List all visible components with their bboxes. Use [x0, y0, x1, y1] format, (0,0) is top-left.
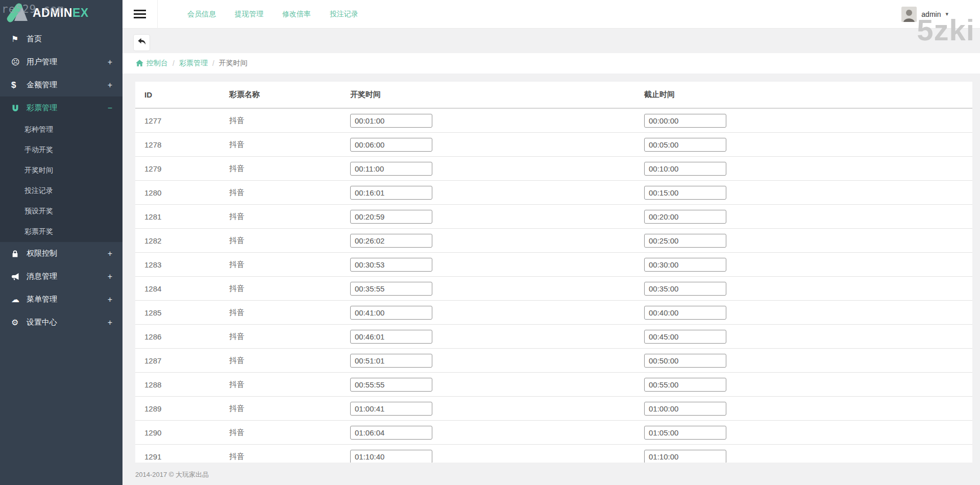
cell-lottery-name: 抖音 [229, 212, 350, 222]
open-time-input[interactable] [350, 186, 432, 200]
cell-open-time [350, 234, 644, 248]
open-time-input[interactable] [350, 210, 432, 224]
gear-icon: ⚙ [11, 318, 27, 327]
col-header-open: 开奖时间 [350, 90, 644, 100]
open-time-input[interactable] [350, 114, 432, 128]
cell-close-time [644, 234, 972, 248]
close-time-input[interactable] [644, 258, 726, 272]
close-time-input[interactable] [644, 282, 726, 296]
topnav-link-1[interactable]: 提现管理 [235, 10, 263, 19]
sidebar-subitem-3[interactable]: 投注记录 [0, 181, 122, 201]
open-time-input[interactable] [350, 354, 432, 368]
col-header-close: 截止时间 [644, 90, 972, 100]
close-time-input[interactable] [644, 162, 726, 176]
close-time-input[interactable] [644, 330, 726, 344]
cloud-icon: ☁ [11, 295, 27, 304]
close-time-input[interactable] [644, 186, 726, 200]
close-time-input[interactable] [644, 138, 726, 152]
sidebar-item-label: 用户管理 [27, 57, 57, 67]
table-row: 1286抖音 [135, 325, 972, 349]
sidebar-item-0[interactable]: ⚑首页 [0, 28, 122, 51]
close-time-input[interactable] [644, 306, 726, 320]
cell-close-time [644, 162, 972, 176]
close-time-input[interactable] [644, 378, 726, 392]
sidebar-subitem-5[interactable]: 彩票开奖 [0, 222, 122, 242]
sidebar-group: ⚙设置中心+ [0, 311, 122, 334]
sidebar-group: 彩票管理−彩种管理手动开奖开奖时间投注记录预设开奖彩票开奖 [0, 96, 122, 242]
open-time-input[interactable] [350, 426, 432, 440]
cell-close-time [644, 114, 972, 128]
open-time-input[interactable] [350, 138, 432, 152]
cell-close-time [644, 426, 972, 440]
cell-id: 1282 [144, 236, 229, 245]
open-time-input[interactable] [350, 162, 432, 176]
sidebar-item-5[interactable]: 消息管理+ [0, 265, 122, 288]
close-time-input[interactable] [644, 114, 726, 128]
close-time-input[interactable] [644, 426, 726, 440]
col-header-name: 彩票名称 [229, 90, 350, 100]
breadcrumb-link-1[interactable]: 彩票管理 [179, 59, 208, 68]
sidebar-group: ⚑首页 [0, 28, 122, 51]
cell-id: 1285 [144, 308, 229, 317]
sidebar-item-1[interactable]: ☹用户管理+ [0, 51, 122, 74]
breadcrumb: 控制台/彩票管理/开奖时间 [122, 53, 980, 74]
table-row: 1278抖音 [135, 133, 972, 157]
sidebar-item-label: 消息管理 [27, 272, 57, 281]
open-time-input[interactable] [350, 306, 432, 320]
sidebar-subitem-4[interactable]: 预设开奖 [0, 201, 122, 222]
cell-id: 1283 [144, 260, 229, 269]
topnav-link-3[interactable]: 投注记录 [330, 10, 358, 19]
user-icon: ☹ [11, 57, 27, 67]
open-time-input[interactable] [350, 258, 432, 272]
hamburger-menu-icon[interactable] [134, 5, 146, 23]
table-row: 1282抖音 [135, 229, 972, 253]
sidebar-subitem-0[interactable]: 彩种管理 [0, 119, 122, 140]
table-row: 1285抖音 [135, 301, 972, 325]
cell-open-time [350, 378, 644, 392]
main-content: 控制台/彩票管理/开奖时间 ID 彩票名称 开奖时间 截止时间 1277抖音12… [122, 29, 980, 485]
expand-toggle-icon: + [108, 272, 112, 281]
sidebar-group: 权限控制+ [0, 242, 122, 265]
col-header-id: ID [144, 90, 229, 99]
sidebar-item-7[interactable]: ⚙设置中心+ [0, 311, 122, 334]
table-row: 1287抖音 [135, 349, 972, 373]
topbar: 会员信息提现管理修改倍率投注记录 admin ▾ [122, 0, 980, 29]
lock-icon [11, 250, 27, 258]
close-time-input[interactable] [644, 354, 726, 368]
table-row: 1277抖音 [135, 109, 972, 133]
open-time-input[interactable] [350, 234, 432, 248]
close-time-input[interactable] [644, 450, 726, 463]
topnav-link-0[interactable]: 会员信息 [187, 10, 216, 19]
cell-id: 1289 [144, 404, 229, 413]
sidebar-item-2[interactable]: $金额管理+ [0, 74, 122, 96]
sidebar-submenu: 彩种管理手动开奖开奖时间投注记录预设开奖彩票开奖 [0, 119, 122, 242]
sidebar-item-6[interactable]: ☁菜单管理+ [0, 288, 122, 311]
topnav-link-2[interactable]: 修改倍率 [282, 10, 311, 19]
open-time-input[interactable] [350, 450, 432, 463]
cell-lottery-name: 抖音 [229, 236, 350, 246]
close-time-input[interactable] [644, 234, 726, 248]
back-button[interactable] [133, 34, 150, 51]
sidebar-subitem-1[interactable]: 手动开奖 [0, 140, 122, 160]
cell-open-time [350, 402, 644, 416]
cell-id: 1279 [144, 164, 229, 173]
sidebar-subitem-2[interactable]: 开奖时间 [0, 160, 122, 181]
open-time-input[interactable] [350, 402, 432, 416]
close-time-input[interactable] [644, 210, 726, 224]
expand-toggle-icon: + [108, 58, 112, 67]
sidebar: ADMINEX ⚑首页☹用户管理+$金额管理+彩票管理−彩种管理手动开奖开奖时间… [0, 0, 122, 485]
cell-close-time [644, 378, 972, 392]
breadcrumb-current: 开奖时间 [219, 59, 248, 68]
open-time-input[interactable] [350, 330, 432, 344]
sidebar-item-label: 首页 [27, 34, 42, 44]
sidebar-item-3[interactable]: 彩票管理− [0, 96, 122, 119]
open-time-input[interactable] [350, 378, 432, 392]
back-arrow-icon [137, 37, 146, 48]
table-body: 1277抖音1278抖音1279抖音1280抖音1281抖音1282抖音1283… [135, 109, 972, 463]
sidebar-item-4[interactable]: 权限控制+ [0, 242, 122, 265]
open-time-input[interactable] [350, 282, 432, 296]
breadcrumb-link-0[interactable]: 控制台 [146, 59, 168, 68]
close-time-input[interactable] [644, 402, 726, 416]
cell-id: 1286 [144, 332, 229, 341]
cell-id: 1288 [144, 380, 229, 389]
